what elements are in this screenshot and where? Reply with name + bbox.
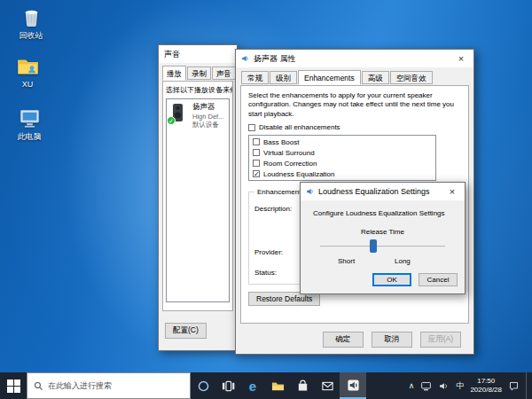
enhancement-item-room-correction[interactable]: Room Correction — [250, 158, 434, 168]
tab-enhancements[interactable]: Enhancements — [298, 70, 361, 85]
properties-tabs: 常规 级别 Enhancements 高级 空间音效 — [241, 70, 434, 84]
desktop-icon-label: 回收站 — [20, 30, 43, 42]
taskbar-file-explorer-button[interactable] — [265, 372, 290, 399]
start-button[interactable] — [0, 372, 27, 399]
device-status: 默认设备 — [192, 121, 223, 129]
checkbox-icon — [248, 124, 255, 131]
properties-title: 扬声器 属性 — [254, 53, 449, 65]
playback-device-list: ✓ 扬声器 High Def... 默认设备 — [166, 98, 230, 302]
enhancements-intro: Select the enhancements to apply for you… — [248, 91, 461, 119]
enhancement-label: Room Correction — [263, 160, 317, 168]
taskbar: 在此输入进行搜索 e — [0, 372, 532, 399]
enhancement-label: Loudness Equalization — [263, 170, 335, 178]
close-icon[interactable]: × — [449, 50, 473, 67]
tray-volume-button[interactable] — [438, 380, 450, 392]
enhancement-item-bass-boost[interactable]: Bass Boost — [250, 137, 434, 147]
cancel-button[interactable]: Cancel — [419, 273, 458, 286]
loudness-title: Loudness Equalization Settings — [318, 187, 440, 196]
desktop-icon-user-folder[interactable]: XU — [4, 55, 51, 89]
provider-label: Provider: — [254, 248, 283, 256]
sound-app-icon — [347, 379, 360, 392]
enhancements-list: Bass Boost Virtual Surround Room Correct… — [248, 135, 436, 181]
loudness-button-row: OK Cancel — [372, 273, 458, 286]
configure-button[interactable]: 配置(C) — [165, 323, 207, 339]
sound-dialog-title: 声音 — [164, 49, 237, 60]
taskbar-task-view-button[interactable] — [215, 372, 240, 399]
playback-tab-page: 选择以下播放设备来修 ✓ 扬声器 High Def... 默认设备 — [162, 81, 233, 311]
slider-max-label: Long — [395, 257, 411, 265]
loudness-equalization-dialog: Loudness Equalization Settings × Configu… — [300, 182, 466, 294]
close-icon[interactable]: × — [440, 183, 465, 200]
playback-instruction: 选择以下播放设备来修 — [163, 82, 232, 97]
edge-icon: e — [249, 379, 256, 393]
description-label: Description: — [254, 205, 292, 213]
tab-general[interactable]: 常规 — [241, 71, 269, 84]
tab-levels[interactable]: 级别 — [270, 71, 297, 84]
device-item-speakers[interactable]: ✓ 扬声器 High Def... 默认设备 — [167, 99, 229, 132]
checkbox-icon: ✓ — [253, 170, 260, 177]
tray-overflow-button[interactable]: ∧ — [409, 381, 415, 390]
dialog-button-row: 确定 取消 应用(A) — [323, 332, 461, 348]
release-time-label: Release Time — [301, 228, 465, 236]
checkbox-icon — [253, 149, 260, 156]
enhancement-item-virtual-surround[interactable]: Virtual Surround — [250, 147, 434, 158]
mail-icon — [321, 379, 334, 393]
device-name: 扬声器 — [192, 102, 223, 113]
speaker-icon — [306, 187, 315, 196]
taskbar-cortana-button[interactable] — [191, 372, 215, 399]
recycle-bin-icon — [20, 5, 43, 29]
loudness-instruction: Configure Loudness Equalization Settings — [313, 209, 456, 217]
file-explorer-icon — [271, 379, 285, 393]
speaker-icon — [241, 54, 250, 63]
desktop-icon-this-pc[interactable]: 此电脑 — [6, 106, 52, 143]
sound-dialog: 声音 播放 录制 声音 选择以下播放设备来修 ✓ 扬声器 High Def... — [158, 44, 238, 351]
checkbox-icon — [253, 160, 260, 167]
release-time-slider-thumb[interactable] — [370, 239, 377, 253]
chevron-up-icon: ∧ — [409, 381, 415, 390]
cancel-button[interactable]: 取消 — [372, 332, 412, 348]
taskbar-edge-button[interactable]: e — [240, 372, 265, 399]
ok-button[interactable]: OK — [372, 273, 411, 286]
task-view-icon — [222, 379, 235, 393]
desktop-icon-label: XU — [22, 80, 34, 89]
ok-button[interactable]: 确定 — [323, 332, 364, 348]
tab-spatial-sound[interactable]: 空间音效 — [390, 71, 433, 84]
network-icon — [420, 380, 432, 392]
apply-button[interactable]: 应用(A) — [420, 332, 461, 348]
desktop-icon-label: 此电脑 — [18, 131, 42, 143]
search-icon — [34, 381, 43, 391]
tray-ime-indicator[interactable]: 中 — [456, 380, 464, 392]
system-tray: ∧ 中 17:50 2020/8/28 — [409, 372, 532, 399]
loudness-titlebar[interactable]: Loudness Equalization Settings × — [301, 183, 465, 200]
taskbar-sound-app-button[interactable] — [340, 372, 366, 399]
desktop-icon-recycle-bin[interactable]: 回收站 — [8, 5, 54, 42]
disable-all-enhancements-checkbox[interactable]: Disable all enhancements — [248, 123, 461, 131]
tray-time: 17:50 — [470, 377, 502, 386]
show-desktop-button[interactable] — [526, 372, 529, 399]
properties-titlebar[interactable]: 扬声器 属性 × — [236, 50, 473, 67]
release-time-slider-track[interactable] — [320, 246, 445, 247]
user-folder-icon — [16, 55, 40, 79]
sound-dialog-titlebar[interactable]: 声音 — [159, 45, 237, 63]
taskbar-store-button[interactable] — [290, 372, 315, 399]
taskbar-search-input[interactable]: 在此输入进行搜索 — [27, 372, 191, 399]
enhancement-label: Bass Boost — [263, 138, 299, 146]
search-placeholder: 在此输入进行搜索 — [48, 380, 112, 392]
tray-clock[interactable]: 17:50 2020/8/28 — [470, 377, 502, 395]
tab-playback[interactable]: 播放 — [162, 66, 186, 81]
tab-advanced[interactable]: 高级 — [362, 71, 389, 84]
windows-logo-icon — [7, 379, 20, 393]
tray-action-center-button[interactable] — [508, 380, 520, 392]
action-center-icon — [508, 380, 520, 392]
taskbar-mail-button[interactable] — [315, 372, 340, 399]
checkbox-icon — [253, 138, 260, 145]
taskbar-spacer — [366, 372, 409, 399]
slider-min-label: Short — [338, 257, 355, 265]
enhancement-item-loudness-equalization[interactable]: ✓ Loudness Equalization — [250, 168, 434, 179]
tray-network-button[interactable] — [420, 380, 432, 392]
device-detail: High Def... — [192, 113, 223, 121]
tab-sounds[interactable]: 声音 — [212, 66, 236, 80]
speaker-device-icon: ✓ — [168, 102, 190, 123]
device-text: 扬声器 High Def... 默认设备 — [192, 102, 223, 129]
tab-recording[interactable]: 录制 — [187, 66, 211, 80]
